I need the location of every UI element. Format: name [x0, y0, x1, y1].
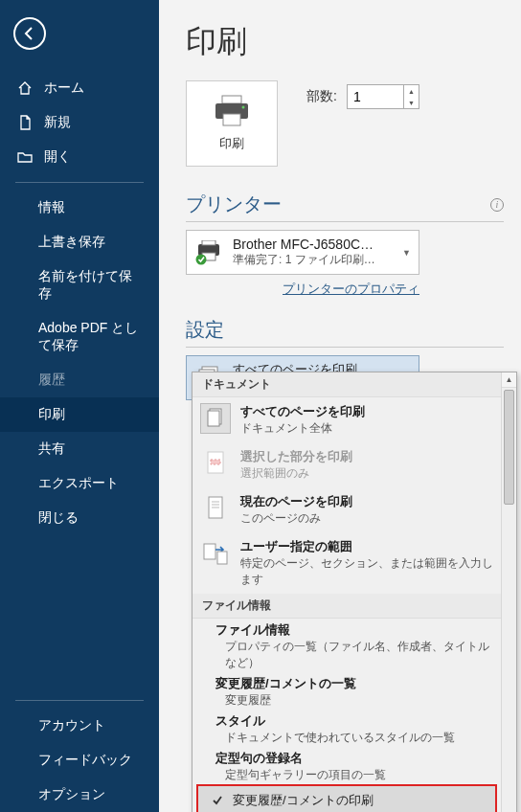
svg-rect-14	[208, 411, 219, 426]
dd-item-selection: 選択した部分を印刷 選択範囲のみ	[193, 442, 501, 487]
printer-ready-icon	[194, 240, 223, 265]
printer-name: Brother MFC-J6580C…	[233, 237, 393, 252]
dropdown-section-fileinfo: ファイル情報	[193, 594, 501, 619]
sidebar-label: 新規	[44, 114, 71, 131]
arrow-left-icon	[22, 26, 37, 41]
printer-icon	[213, 95, 251, 127]
dropdown-section-document: ドキュメント	[193, 372, 501, 397]
sidebar-label: エクスポート	[38, 475, 119, 492]
dd-item-styles[interactable]: スタイル ドキュメントで使われているスタイルの一覧	[193, 710, 501, 747]
print-range-dropdown: ドキュメント すべてのページを印刷 ドキュメント全体 選択した部分を印刷 選択範…	[192, 372, 517, 812]
sidebar-label: オプション	[38, 786, 105, 803]
page-selection-icon	[204, 450, 227, 477]
svg-rect-5	[202, 240, 215, 245]
sidebar-item-home[interactable]: ホーム	[0, 71, 159, 105]
settings-heading: 設定	[186, 317, 504, 348]
sidebar-label: Adobe PDF として保存	[38, 320, 142, 354]
sidebar-item-options[interactable]: オプション	[0, 778, 159, 812]
sidebar-item-feedback[interactable]: フィードバック	[0, 743, 159, 778]
sidebar-item-export[interactable]: エクスポート	[0, 466, 159, 501]
new-doc-icon	[17, 115, 33, 130]
sidebar-item-close[interactable]: 閉じる	[0, 501, 159, 535]
sidebar-item-open[interactable]: 開く	[0, 140, 159, 174]
sidebar-label: ホーム	[44, 79, 84, 97]
dd-item-autotext[interactable]: 定型句の登録名 定型句ギャラリーの項目の一覧	[193, 747, 501, 784]
print-button[interactable]: 印刷	[186, 80, 278, 167]
folder-open-icon	[17, 149, 33, 165]
sidebar-label: 上書き保存	[38, 234, 105, 251]
sidebar-label: 履歴	[38, 372, 65, 389]
dd-item-file-info[interactable]: ファイル情報 プロパティの一覧（ファイル名、作成者、タイトルなど）	[193, 619, 501, 672]
home-icon	[17, 80, 33, 96]
chevron-down-icon: ▼	[402, 248, 411, 258]
page-icon	[204, 495, 227, 522]
dropdown-scrollbar[interactable]: ▲ ▼	[501, 372, 516, 812]
sidebar-item-adobe[interactable]: Adobe PDF として保存	[0, 311, 159, 363]
printer-properties-link[interactable]: プリンターのプロパティ	[283, 282, 419, 296]
sidebar-separator	[15, 700, 144, 701]
sidebar-label: アカウント	[38, 717, 105, 734]
sidebar-item-info[interactable]: 情報	[0, 191, 159, 225]
printer-status: 準備完了: 1 ファイル印刷…	[233, 252, 393, 268]
sidebar-label: 共有	[38, 440, 65, 458]
sidebar-item-share[interactable]: 共有	[0, 432, 159, 466]
page-title: 印刷	[186, 21, 504, 63]
sidebar-label: 印刷	[38, 406, 65, 423]
sidebar-item-history[interactable]: 履歴	[0, 363, 159, 397]
scroll-up-button[interactable]: ▲	[502, 372, 516, 388]
dd-item-markup-list[interactable]: 変更履歴/コメントの一覧 変更履歴	[193, 672, 501, 710]
sidebar-label: 開く	[44, 148, 71, 166]
scroll-track[interactable]	[502, 388, 516, 812]
svg-rect-2	[223, 114, 240, 125]
sidebar-item-print[interactable]: 印刷	[0, 397, 159, 432]
svg-rect-21	[204, 544, 215, 559]
svg-rect-16	[211, 460, 220, 464]
check-icon	[212, 795, 223, 806]
sidebar-item-saveas[interactable]: 名前を付けて保存	[0, 259, 159, 311]
copies-input[interactable]	[348, 85, 403, 108]
print-tile-label: 印刷	[219, 135, 244, 152]
sidebar-item-save[interactable]: 上書き保存	[0, 225, 159, 259]
sidebar-label: 閉じる	[38, 509, 79, 527]
page-range-icon	[202, 540, 229, 567]
dd-item-all-pages[interactable]: すべてのページを印刷 ドキュメント全体	[193, 397, 501, 442]
sidebar-label: 情報	[38, 199, 65, 216]
svg-point-7	[196, 254, 207, 264]
printer-selector[interactable]: Brother MFC-J6580C… 準備完了: 1 ファイル印刷… ▼	[186, 230, 419, 275]
dd-item-print-markup[interactable]: 変更履歴/コメントの印刷	[196, 784, 497, 812]
sidebar-label: 名前を付けて保存	[38, 268, 142, 303]
scroll-thumb[interactable]	[504, 390, 514, 505]
back-button[interactable]	[13, 17, 46, 50]
dd-item-custom-range[interactable]: ユーザー指定の範囲 特定のページ、セクション、または範囲を入力します	[193, 532, 501, 594]
backstage-sidebar: ホーム 新規 開く 情報 上書き保存 名前を付けて保存 Adobe PDF とし…	[0, 0, 159, 812]
svg-rect-22	[217, 552, 227, 564]
copies-down[interactable]: ▼	[404, 97, 419, 108]
sidebar-separator	[15, 182, 144, 183]
copies-up[interactable]: ▲	[404, 85, 419, 97]
info-icon[interactable]: i	[490, 198, 504, 212]
sidebar-item-new[interactable]: 新規	[0, 105, 159, 140]
pages-icon	[204, 407, 227, 430]
copies-label: 部数:	[306, 88, 337, 105]
sidebar-item-account[interactable]: アカウント	[0, 709, 159, 743]
dd-item-current-page[interactable]: 現在のページを印刷 このページのみ	[193, 487, 501, 532]
svg-point-3	[242, 106, 245, 109]
svg-rect-0	[222, 96, 241, 103]
printer-heading: プリンター i	[186, 192, 504, 222]
copies-spinner[interactable]: ▲ ▼	[347, 84, 419, 109]
sidebar-label: フィードバック	[38, 752, 132, 769]
